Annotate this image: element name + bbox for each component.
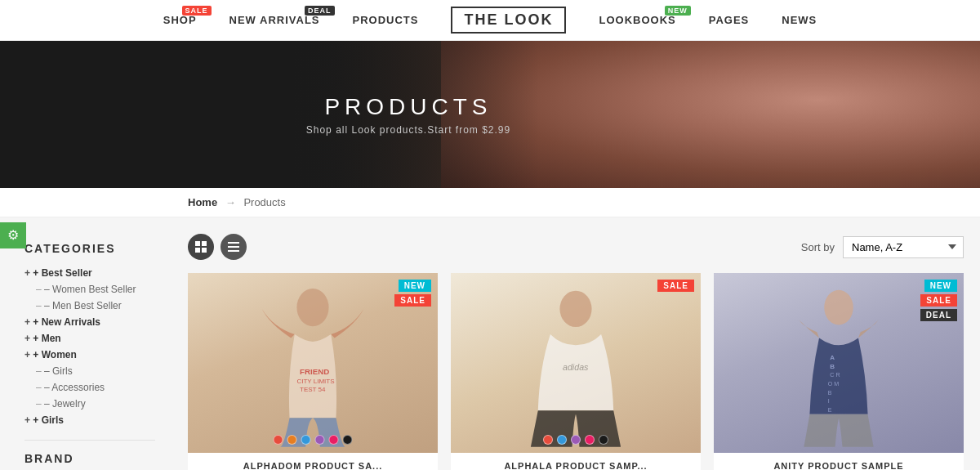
product-image-1: adidas SALE [451, 273, 701, 453]
color-dot[interactable] [329, 435, 339, 445]
svg-rect-5 [228, 246, 239, 248]
svg-point-11 [559, 291, 591, 327]
sidebar-cat-women[interactable]: + Women [24, 347, 155, 363]
svg-text:CITY LIMITS: CITY LIMITS [296, 378, 334, 385]
breadcrumb-home[interactable]: Home [188, 196, 217, 208]
svg-text:adidas: adidas [563, 362, 589, 372]
nav-item-products[interactable]: PRODUCTS [353, 14, 419, 26]
categories-title: CATEGORIES [24, 242, 155, 255]
sidebar-cat-jewelry[interactable]: – Jewelry [24, 396, 155, 412]
hero-subtitle: Shop all Look products.Start from $2.99 [306, 124, 510, 136]
sidebar-cat-women-best-seller[interactable]: – Women Best Seller [24, 281, 155, 298]
color-dot[interactable] [287, 435, 297, 445]
sidebar-cat-men[interactable]: + Men [24, 330, 155, 347]
main-layout: CATEGORIES + Best Seller– Women Best Sel… [0, 217, 980, 470]
nav-item-news[interactable]: NEWS [782, 14, 817, 26]
svg-point-7 [296, 289, 328, 326]
grid-view-icon[interactable] [188, 234, 214, 260]
product-card-2[interactable]: A B C R O M B I E NEWSALEDEALANITY PRODU… [714, 273, 964, 470]
product-name-1: ALPHALA PRODUCT SAMP... [461, 461, 691, 470]
svg-text:TEST 54: TEST 54 [300, 386, 326, 393]
product-badges-2: NEWSALEDEAL [920, 280, 957, 321]
svg-text:C R: C R [830, 372, 840, 378]
color-dot[interactable] [599, 435, 608, 445]
product-info-0: ALPHADOM PRODUCT SA...£311.18£38.90 [188, 453, 438, 470]
svg-text:O M: O M [828, 381, 840, 387]
nav-item-shop[interactable]: SHOPSale [163, 14, 197, 26]
badge-new: NEW [924, 280, 957, 292]
navbar: SHOPSaleNEW ARRIVALSDealPRODUCTSTHE LOOK… [0, 0, 980, 41]
sort-label: Sort by [801, 241, 835, 253]
product-info-1: ALPHALA PRODUCT SAMP...£70.02£62.24 [451, 453, 701, 470]
color-dot[interactable] [315, 435, 325, 445]
breadcrumb: Home → Products [0, 188, 980, 217]
svg-text:I: I [828, 398, 830, 405]
nav-item-pages[interactable]: PAGES [709, 14, 750, 26]
product-name-0: ALPHADOM PRODUCT SA... [198, 461, 428, 470]
logo: THE LOOK [451, 7, 566, 34]
color-swatches-0 [274, 435, 353, 445]
hero-banner: PRODUCTS Shop all Look products.Start fr… [0, 41, 980, 188]
sort-select[interactable]: Name, A-ZName, Z-APrice, Low to HighPric… [843, 236, 964, 258]
product-image-2: A B C R O M B I E NEWSALEDEAL [714, 273, 964, 453]
color-dot[interactable] [571, 435, 581, 445]
svg-rect-1 [202, 241, 207, 246]
sidebar: CATEGORIES + Best Seller– Women Best Sel… [0, 234, 172, 470]
products-area: Sort by Name, A-ZName, Z-APrice, Low to … [172, 234, 980, 470]
gear-icon: ⚙ [7, 227, 19, 243]
product-grid: FRIEND CITY LIMITS TEST 54 NEWSALEALPHAD… [188, 273, 964, 470]
breadcrumb-arrow: → [225, 196, 236, 208]
color-dot[interactable] [557, 435, 567, 445]
product-name-2: ANITY PRODUCT SAMPLE [724, 461, 954, 470]
svg-point-13 [824, 290, 853, 325]
sidebar-cat-girls[interactable]: + Girls [24, 412, 155, 428]
svg-text:B: B [828, 390, 832, 396]
hero-title: PRODUCTS [306, 94, 510, 120]
product-info-2: ANITY PRODUCT SAMPLE£350.08£311.18 [714, 453, 964, 470]
sidebar-cat-accessories[interactable]: – Accessories [24, 379, 155, 396]
sidebar-cat-best-seller[interactable]: + Best Seller [24, 265, 155, 281]
svg-rect-3 [202, 248, 207, 253]
sidebar-cat-new-arrivals[interactable]: + New Arrivals [24, 314, 155, 330]
badge-deal: DEAL [920, 309, 957, 321]
svg-text:A: A [830, 354, 835, 361]
svg-rect-2 [195, 248, 200, 253]
product-image-0: FRIEND CITY LIMITS TEST 54 NEWSALE [188, 273, 438, 453]
nav-item-lookbooks[interactable]: LOOKBOOKSNew [599, 14, 675, 26]
sidebar-cat-men-best-seller[interactable]: – Men Best Seller [24, 298, 155, 314]
badge-sale: SALE [920, 294, 957, 307]
nav-item-new-arrivals[interactable]: NEW ARRIVALSDeal [229, 14, 320, 26]
color-dot[interactable] [343, 435, 353, 445]
color-dot[interactable] [301, 435, 311, 445]
product-card-1[interactable]: adidas SALEALPHALA PRODUCT SAMP...£70.02… [451, 273, 701, 470]
color-swatches-1 [543, 435, 608, 445]
product-card-0[interactable]: FRIEND CITY LIMITS TEST 54 NEWSALEALPHAD… [188, 273, 438, 470]
color-dot[interactable] [585, 435, 595, 445]
hero-text: PRODUCTS Shop all Look products.Start fr… [306, 94, 510, 136]
list-view-icon[interactable] [220, 234, 247, 260]
color-dot[interactable] [274, 435, 283, 445]
badge-sale: SALE [394, 294, 431, 307]
view-icons [188, 234, 247, 260]
brand-title: BRAND [24, 452, 155, 465]
product-bg-1: adidas [451, 273, 701, 453]
breadcrumb-current: Products [243, 196, 285, 208]
categories-list: + Best Seller– Women Best Seller– Men Be… [24, 265, 155, 428]
badge-new: NEW [399, 280, 431, 292]
sidebar-divider [24, 440, 155, 441]
svg-rect-4 [228, 242, 239, 244]
svg-rect-0 [195, 241, 200, 246]
badge-sale: SALE [657, 280, 694, 292]
settings-button[interactable]: ⚙ [0, 222, 26, 248]
product-badges-0: NEWSALE [394, 280, 431, 307]
svg-text:B: B [830, 363, 835, 370]
svg-text:FRIEND: FRIEND [300, 367, 329, 376]
svg-text:E: E [828, 407, 832, 414]
sort-area: Sort by Name, A-ZName, Z-APrice, Low to … [801, 236, 964, 258]
products-toolbar: Sort by Name, A-ZName, Z-APrice, Low to … [188, 234, 964, 260]
sidebar-cat-girls[interactable]: – Girls [24, 363, 155, 379]
product-badges-1: SALE [657, 280, 694, 292]
svg-rect-6 [228, 250, 239, 252]
color-dot[interactable] [543, 435, 553, 445]
